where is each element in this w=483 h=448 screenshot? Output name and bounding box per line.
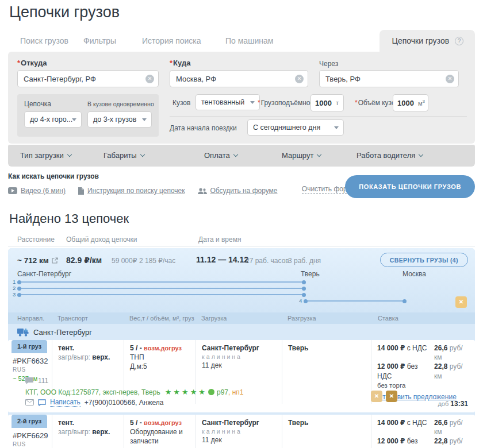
trip-date-select-value: С сегодняшнего дня — [253, 123, 320, 132]
clear-to-icon[interactable] — [295, 75, 304, 83]
to-input-wrap — [170, 70, 308, 87]
chain-options-box: Цепочка до 4-х горо... В кузове одноврем… — [17, 94, 159, 137]
added-time: доб13:31 — [438, 400, 468, 408]
company-name[interactable]: КТГ, ООО Код:1275877, эксп-перев, Тверь — [25, 388, 160, 396]
trip-date-label: Дата начала поездки — [170, 124, 237, 132]
to-label: *Куда — [170, 59, 190, 67]
collapse-cargos-button[interactable]: СВЕРНУТЬ ГРУЗЫ (4) — [380, 253, 468, 267]
tab-by-trucks[interactable]: По машинам — [225, 36, 273, 45]
loading-type: загр/выгр: верх. — [58, 353, 118, 362]
filter-route[interactable]: Маршрут — [282, 151, 321, 160]
truck-icon — [17, 328, 29, 337]
unload-city: Тверь — [288, 418, 365, 427]
capacity-unit: т — [336, 99, 339, 106]
forum-link[interactable]: Обсудить на форуме — [198, 187, 278, 195]
chevron-down-icon — [233, 152, 237, 157]
rate-with-vat: 14 000 ₽ с НДС 26,6 руб/км — [377, 418, 468, 437]
people-icon — [198, 188, 207, 194]
capacity-input[interactable] — [315, 99, 334, 107]
manual-link[interactable]: Инструкция по поиску цепочек — [78, 187, 185, 195]
company-flag: , нп1 — [228, 388, 243, 396]
body-type-select-value: тентованный — [201, 98, 244, 106]
to-input[interactable] — [170, 71, 308, 87]
chain-select[interactable]: до 4-х горо... — [24, 111, 82, 128]
clear-via-icon[interactable] — [446, 75, 454, 83]
extra-filters-bar: Тип загрузки Габариты Оплата Маршрут Раб… — [8, 145, 475, 167]
rate-with-vat: 14 000 ₽ с НДС 26,6 руб/км — [377, 343, 468, 362]
close-chain-icon[interactable] — [455, 296, 467, 308]
cargo-name: Оборудование и запчасти — [130, 427, 190, 446]
write-link[interactable]: Написать — [50, 398, 80, 407]
volume-field: м3 — [393, 94, 428, 111]
via-label: Через — [319, 60, 338, 68]
filter-payment[interactable]: Оплата — [204, 151, 237, 160]
clear-from-icon[interactable] — [145, 75, 154, 83]
col-loading: Загрузка — [195, 315, 282, 322]
help-question-icon[interactable]: ? — [455, 37, 463, 45]
tab-cargo-search[interactable]: Поиск грузов — [20, 36, 68, 45]
cargo-country: RUS — [13, 441, 52, 448]
tab-filters[interactable]: Фильтры — [83, 36, 116, 45]
from-input[interactable] — [18, 71, 158, 87]
chain-distance: ~ 712 км — [17, 256, 58, 265]
volume-unit: м3 — [418, 99, 425, 107]
body-type-select[interactable]: тентованный — [195, 94, 260, 110]
load-street: калинина — [202, 427, 276, 435]
route-point-spb: Санкт-Петербург — [17, 270, 71, 278]
load-city: Санкт-Петербург — [202, 418, 276, 427]
hide-cargo-icon[interactable] — [371, 391, 382, 402]
filter-dimensions[interactable]: Габариты — [103, 151, 144, 160]
via-input[interactable] — [320, 71, 458, 87]
form-divider — [170, 116, 467, 117]
hide-company-icon[interactable] — [386, 391, 397, 402]
rate-without-vat: 12 000 ₽ без НДС 22,8 руб/км — [377, 437, 468, 448]
column-datetime: Дата и время — [198, 235, 241, 244]
load-street: калинина — [202, 353, 276, 361]
chain-label: Цепочка — [24, 100, 51, 108]
comments-count: 111 — [38, 377, 48, 385]
cargo-chains-page: Цепочки грузов Поиск грузов Фильтры Исто… — [0, 0, 483, 448]
tab-cargo-chains[interactable]: Цепочки грузов ? — [379, 30, 475, 52]
chain-work-hours: 27 раб. часов — [246, 257, 289, 265]
col-transport: Транспорт — [52, 315, 124, 322]
cargo-dims: Д,м:5 — [130, 362, 190, 371]
cargo-code[interactable]: #PKF6632 — [13, 356, 52, 366]
cell-rate: 14 000 ₽ с НДС 26,6 руб/км 12 000 ₽ без … — [371, 415, 475, 448]
via-input-wrap — [319, 70, 459, 87]
simultaneous-select[interactable]: до 3-х грузов — [87, 111, 152, 128]
envelope-icon[interactable] — [25, 399, 34, 405]
cargo-code[interactable]: #PKF6629 — [13, 431, 52, 441]
transport-type: тент. — [58, 343, 118, 353]
volume-input[interactable] — [397, 99, 416, 107]
video-link[interactable]: Видео (6 мин) — [8, 187, 66, 195]
column-income: Общий доход цепочки — [66, 235, 137, 244]
chain-card: ~ 712 км 82.9 ₽/км 59 000₽ 2 185 ₽/час 1… — [8, 248, 475, 448]
external-link-icon[interactable] — [52, 257, 58, 264]
load-city: Санкт-Петербург — [202, 343, 276, 353]
chevron-down-icon — [317, 152, 321, 157]
load-date: 11 дек — [202, 435, 276, 445]
segment-number: 1 — [13, 279, 16, 285]
route-segment-3: 3 — [18, 294, 305, 295]
chain-summary: ~ 712 км 82.9 ₽/км 59 000₽ 2 185 ₽/час 1… — [8, 248, 475, 312]
cargo-table-header: Направл. Транспорт Вес,т / объём, м³, гр… — [8, 312, 475, 324]
forum-link-label: Обсудить на форуме — [210, 187, 278, 195]
cargo-row: 1-й груз #PKF6632 RUS ~ 527 км тент. заг… — [8, 340, 475, 412]
filter-loading-type[interactable]: Тип загрузки — [20, 151, 71, 160]
tab-bar: Поиск грузов Фильтры История поиска По м… — [8, 30, 475, 52]
cell-unloading: Тверь — [282, 340, 371, 404]
chat-icon[interactable] — [38, 399, 46, 406]
chevron-down-icon — [140, 152, 144, 157]
cell-loading: Санкт-Петербург калинина 11 дек — [195, 415, 282, 448]
show-chains-button[interactable]: ПОКАЗАТЬ ЦЕПОЧКИ ГРУЗОВ — [345, 175, 475, 198]
tab-search-history[interactable]: История поиска — [142, 36, 201, 45]
route-segment-2: 2 — [18, 288, 305, 289]
filter-driver-work[interactable]: Работа водителя — [356, 151, 423, 160]
from-input-wrap — [17, 70, 159, 87]
rate-without-vat: 12 000 ₽ без НДС 22,8 руб/км — [377, 362, 468, 380]
trip-date-select[interactable]: С сегодняшнего дня — [247, 119, 344, 136]
results-heading: Найдено 13 цепочек — [9, 211, 129, 226]
comments-counter[interactable]: 111 — [25, 377, 48, 385]
cargo-row: 2-й груз #PKF6629 RUS ~ 527 км тент. заг… — [8, 415, 475, 448]
help-zone: Как искать цепочки грузов Видео (6 мин) … — [8, 172, 475, 206]
